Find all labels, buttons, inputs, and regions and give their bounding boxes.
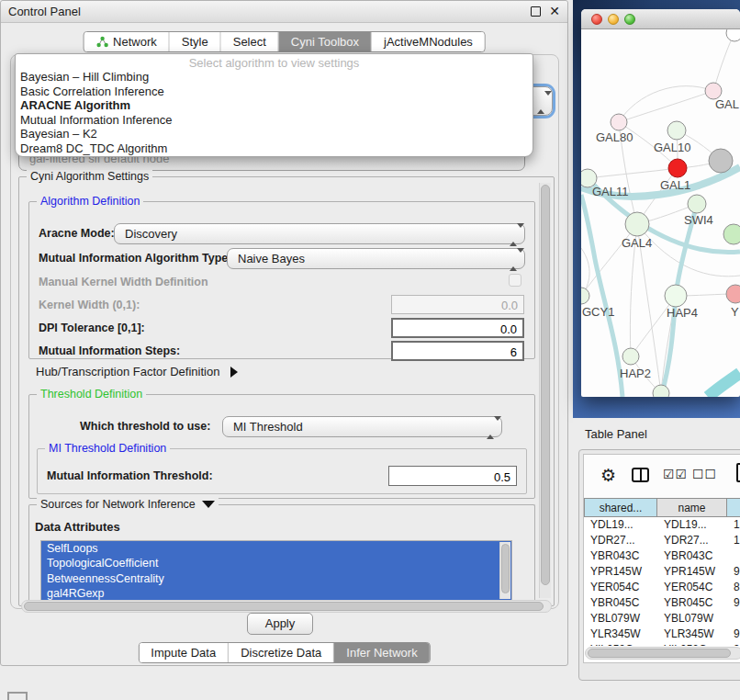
tab-label: Infer Network xyxy=(346,646,417,660)
table-panel-title: Table Panel xyxy=(585,427,647,441)
scrollbar-thumb[interactable] xyxy=(541,185,550,585)
column-header-clipped[interactable]: A xyxy=(727,498,740,517)
table-row[interactable]: YBR043CYBR043C xyxy=(584,548,740,564)
network-node[interactable] xyxy=(709,149,733,173)
close-icon[interactable]: ✕ xyxy=(549,4,560,18)
column-header-shared-name[interactable]: shared... xyxy=(584,498,657,517)
algorithm-definition-group: Algorithm Definition Aracne Mode: Discov… xyxy=(28,201,535,359)
attribute-list-item[interactable]: SelfLoops xyxy=(41,541,511,556)
tab-jactivemnodules[interactable]: jActiveMNodules xyxy=(372,32,485,51)
settings-vertical-scrollbar[interactable] xyxy=(539,183,551,598)
network-view-window[interactable]: GALGAL80GAL10GAL1GAL11SWI4GAL4GCY1HAP4YH… xyxy=(581,9,740,397)
tab-infer-network[interactable]: Infer Network xyxy=(334,643,429,662)
table-row[interactable]: YIL052CYIL052C9 xyxy=(584,642,740,646)
network-window-titlebar[interactable] xyxy=(581,9,740,29)
tab-network[interactable]: Network xyxy=(84,32,170,51)
network-node[interactable] xyxy=(667,121,686,140)
tab-select[interactable]: Select xyxy=(221,32,279,51)
column-layout-icon[interactable] xyxy=(632,468,649,482)
dpi-tolerance-field[interactable] xyxy=(391,318,524,338)
table-row[interactable]: YLR345WYLR345W9. xyxy=(584,627,740,642)
sources-title-row[interactable]: Sources for Network Inference xyxy=(37,498,219,511)
scrollbar-thumb[interactable] xyxy=(501,544,510,593)
tab-impute-data[interactable]: Impute Data xyxy=(139,643,229,662)
collapse-down-icon xyxy=(202,501,215,508)
network-node[interactable] xyxy=(723,224,740,244)
expand-right-icon xyxy=(230,367,238,378)
aracne-mode-combobox[interactable]: Discovery xyxy=(114,223,525,244)
table-horizontal-scrollbar[interactable] xyxy=(585,647,740,660)
network-node[interactable] xyxy=(625,212,649,236)
table-panel-titlebar: Table Panel xyxy=(573,418,740,449)
settings-gear-icon[interactable]: ⚙ xyxy=(600,465,616,486)
control-panel-tab-bar: Network Style Select Cyni Toolbox jActiv… xyxy=(83,31,486,52)
mi-threshold-field[interactable] xyxy=(388,466,517,486)
table-cell: YBL079W xyxy=(657,611,727,627)
tab-style[interactable]: Style xyxy=(170,32,221,51)
mi-type-value: Naive Bayes xyxy=(238,252,305,265)
table-row[interactable]: YBL079WYBL079W xyxy=(584,611,740,627)
attributes-list-scrollbar[interactable] xyxy=(499,542,510,599)
network-node-label: HAP2 xyxy=(620,367,651,380)
network-node[interactable] xyxy=(668,159,687,177)
minimize-traffic-light-icon[interactable] xyxy=(608,14,619,25)
settings-horizontal-scrollbar[interactable] xyxy=(21,600,552,613)
select-all-checkboxes-icon[interactable]: ☑☑ xyxy=(663,467,688,481)
algorithm-option[interactable]: Basic Correlation Inference xyxy=(16,85,533,99)
scrollbar-thumb[interactable] xyxy=(24,602,544,611)
network-node[interactable] xyxy=(688,195,706,213)
attribute-list-item[interactable]: gal4RGexp xyxy=(41,586,511,601)
kernel-width-field[interactable] xyxy=(391,295,524,314)
table-cell: YPR145W xyxy=(584,564,657,580)
table-row[interactable]: YBR045CYBR045C9. xyxy=(584,595,740,611)
table-row[interactable]: YDL19...YDL19...13 xyxy=(584,517,740,533)
algorithm-option[interactable]: Bayesian – K2 xyxy=(16,127,533,141)
hub-definition-expander[interactable]: Hub/Transcription Factor Definition xyxy=(36,365,238,378)
mi-type-combobox[interactable]: Naive Bayes xyxy=(227,248,525,269)
zoom-traffic-light-icon[interactable] xyxy=(624,14,635,25)
tab-label: Network xyxy=(113,35,157,49)
dropdown-prompt: Select algorithm to view settings xyxy=(16,54,533,70)
network-node[interactable] xyxy=(622,348,639,365)
which-threshold-combobox[interactable]: MI Threshold xyxy=(222,416,502,437)
attribute-list-item[interactable]: TopologicalCoefficient xyxy=(41,556,511,570)
manual-kernel-checkbox[interactable] xyxy=(509,274,521,287)
table-toolbar: ⚙ ☑☑ ☐☐ xyxy=(584,455,740,498)
deselect-checkboxes-icon[interactable]: ☐☐ xyxy=(692,467,717,481)
network-canvas[interactable]: GALGAL80GAL10GAL1GAL11SWI4GAL4GCY1HAP4YH… xyxy=(581,29,740,397)
network-node[interactable] xyxy=(653,385,669,397)
table-cell: YDL19... xyxy=(657,517,727,533)
apply-button[interactable]: Apply xyxy=(247,613,313,635)
network-node[interactable] xyxy=(611,114,627,130)
mi-steps-field[interactable] xyxy=(391,341,524,361)
algorithm-option[interactable]: Dream8 DC_TDC Algorithm xyxy=(16,141,533,156)
tab-discretize-data[interactable]: Discretize Data xyxy=(229,643,334,662)
threshold-definition-title: Threshold Definition xyxy=(37,388,146,401)
table-row[interactable]: YPR145WYPR145W9. xyxy=(584,564,740,580)
network-node-label: GAL xyxy=(715,97,739,111)
network-node-label: GAL1 xyxy=(660,178,690,192)
column-header-name[interactable]: name xyxy=(657,498,727,517)
network-node[interactable] xyxy=(581,288,589,304)
cyni-algorithm-settings-group: Cyni Algorithm Settings Algorithm Defini… xyxy=(18,176,555,606)
close-traffic-light-icon[interactable] xyxy=(591,14,602,25)
new-column-icon[interactable] xyxy=(736,463,740,482)
algorithm-option[interactable]: Bayesian – Hill Climbing xyxy=(16,70,533,85)
bottom-tab-bar: Impute Data Discretize Data Infer Networ… xyxy=(138,642,430,663)
table-header: shared... name A xyxy=(584,498,740,517)
algorithm-option[interactable]: ARACNE Algorithm xyxy=(16,98,533,113)
scrollbar-thumb[interactable] xyxy=(588,649,731,658)
table-row[interactable]: YDR27...YDR27...12 xyxy=(584,533,740,548)
tab-cyni-toolbox[interactable]: Cyni Toolbox xyxy=(279,32,372,51)
float-window-icon[interactable] xyxy=(531,6,541,17)
network-node-label: Y xyxy=(731,305,739,319)
table-panel-window: ⚙ ☑☑ ☐☐ shared... name A YDL19...YDL19..… xyxy=(578,449,740,681)
attribute-list-item[interactable]: BetweennessCentrality xyxy=(41,571,511,586)
network-node[interactable] xyxy=(726,285,740,303)
algorithm-option[interactable]: Mutual Information Inference xyxy=(16,113,533,128)
network-node[interactable] xyxy=(726,29,740,41)
minimized-panel-icon[interactable] xyxy=(7,692,28,700)
network-node[interactable] xyxy=(665,285,687,307)
algorithm-dropdown-popup: Select algorithm to view settings Bayesi… xyxy=(15,53,533,157)
table-row[interactable]: YER054CYER054C8. xyxy=(584,580,740,595)
